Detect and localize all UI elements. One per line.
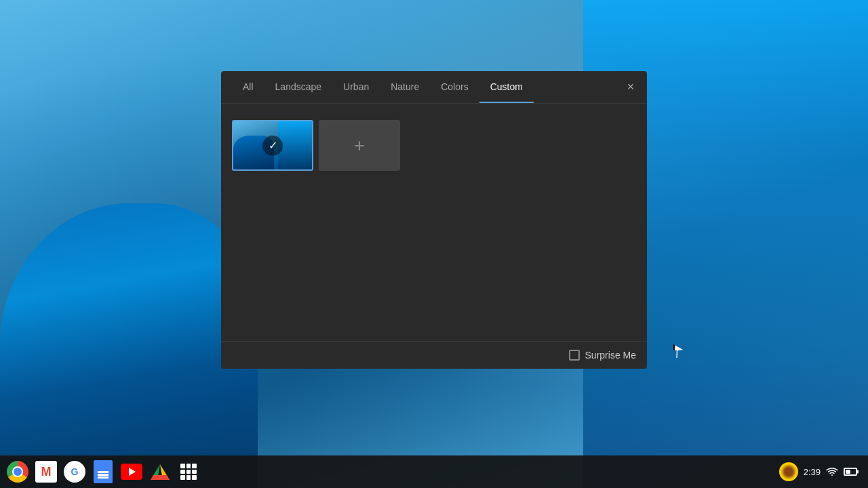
tab-urban[interactable]: Urban [332,71,380,103]
taskbar-app-launcher[interactable] [176,460,201,484]
taskbar: G [0,455,868,488]
taskbar-app-docs[interactable] [91,460,115,484]
drive-icon [149,462,171,481]
tab-landscape[interactable]: Landscape [264,71,333,103]
google-icon: G [64,461,85,483]
modal-body: ✓ + [221,104,647,341]
sunflower-icon[interactable] [779,462,798,481]
taskbar-app-drive[interactable] [148,460,172,484]
taskbar-app-google[interactable]: G [62,460,87,484]
svg-marker-3 [151,475,170,480]
modal-footer: Surprise Me [221,341,647,369]
battery-fill [846,470,850,474]
modal-overlay: All Landscape Urban Nature Colors Custom [0,0,868,488]
surprise-me-checkbox[interactable] [569,350,580,361]
close-button[interactable]: × [623,79,639,96]
taskbar-app-gmail[interactable] [34,460,58,484]
modal-tabs: All Landscape Urban Nature Colors Custom [232,71,534,103]
wallpaper-grid: ✓ + [232,120,636,171]
wallpaper-item-current[interactable]: ✓ [232,120,313,171]
modal-header: All Landscape Urban Nature Colors Custom [221,71,647,104]
taskbar-apps: G [5,460,779,484]
docs-icon [94,460,113,483]
tab-colors[interactable]: Colors [430,71,479,103]
battery-icon [844,468,857,476]
status-time: 2:39 [804,467,821,477]
taskbar-status: 2:39 [779,462,863,481]
chrome-icon [7,461,28,483]
add-wallpaper-button[interactable]: + [319,120,400,171]
gmail-icon [35,461,57,483]
youtube-icon [121,464,142,480]
taskbar-app-youtube[interactable] [119,460,144,484]
selected-checkmark: ✓ [262,136,283,156]
tab-nature[interactable]: Nature [380,71,430,103]
surprise-me-label[interactable]: Surprise Me [569,350,636,361]
taskbar-app-chrome[interactable] [5,460,30,484]
tab-all[interactable]: All [232,71,264,103]
wallpaper-dialog: All Landscape Urban Nature Colors Custom [221,71,647,369]
apps-grid-icon [180,464,197,480]
tab-custom[interactable]: Custom [479,71,534,103]
wifi-icon [826,467,838,476]
